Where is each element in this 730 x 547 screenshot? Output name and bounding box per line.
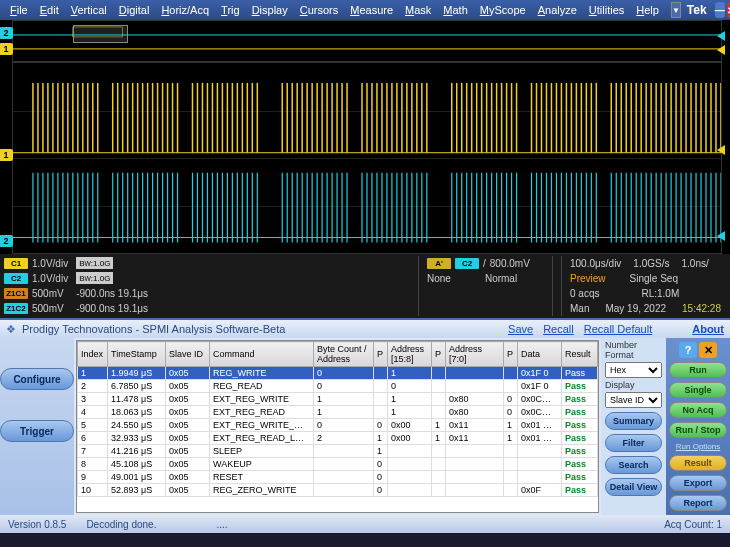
menu-horizacq[interactable]: Horiz/Acq	[155, 2, 215, 18]
run-button[interactable]: Run	[669, 362, 727, 378]
col-header[interactable]: Result	[562, 342, 598, 367]
filter-button[interactable]: Filter	[605, 434, 662, 452]
close-button[interactable]: ✕	[727, 2, 730, 18]
col-header[interactable]: Command	[210, 342, 314, 367]
table-row[interactable]: 418.063 μS0x05EXT_REG_READ110x8000x0C…Pa…	[78, 406, 598, 419]
no-acq-button[interactable]: No Acq	[669, 402, 727, 418]
col-header[interactable]: Byte Count / Address	[314, 342, 374, 367]
col-header[interactable]: P	[504, 342, 518, 367]
configure-button[interactable]: Configure	[0, 368, 74, 390]
run-stop-button[interactable]: Run / Stop	[669, 422, 727, 438]
brand-label: Tek	[687, 3, 707, 17]
trigger-mode: Normal	[485, 273, 517, 284]
bw-label: BW:1.0G	[76, 272, 113, 284]
timebase-res: 1.0ns/	[682, 258, 709, 269]
timebase-hdiv: 100.0μs/div	[570, 258, 621, 269]
recall-default-link[interactable]: Recall Default	[584, 323, 652, 335]
menu-display[interactable]: Display	[246, 2, 294, 18]
display-label: Display	[605, 380, 662, 390]
search-button[interactable]: Search	[605, 456, 662, 474]
table-row[interactable]: 845.108 μS0x05WAKEUP0Pass	[78, 458, 598, 471]
table-row[interactable]: 524.550 μS0x05EXT_REG_WRITE_…000x0010x11…	[78, 419, 598, 432]
timebase-rate: 1.0GS/s	[633, 258, 669, 269]
ch-badge: C1	[4, 258, 28, 269]
about-link[interactable]: About	[692, 323, 724, 335]
menu-utilities[interactable]: Utilities	[583, 2, 630, 18]
menu-mask[interactable]: Mask	[399, 2, 437, 18]
table-row[interactable]: 949.001 μS0x05RESET0Pass	[78, 471, 598, 484]
menu-digital[interactable]: Digital	[113, 2, 156, 18]
ch2-zoom-marker: 2	[0, 235, 13, 247]
ch1-zoom-marker: 1	[0, 149, 13, 161]
col-header[interactable]: P	[374, 342, 388, 367]
single-button[interactable]: Single	[669, 382, 727, 398]
ch-offset: -900.0ns 19.1μs	[76, 303, 148, 314]
timebase-preview: Preview	[570, 273, 606, 284]
overview-trace	[13, 21, 721, 63]
table-row[interactable]: 632.933 μS0x05EXT_REG_READ_L…210x0010x11…	[78, 432, 598, 445]
menu-measure[interactable]: Measure	[344, 2, 399, 18]
menu-file[interactable]: File	[4, 2, 34, 18]
panel-close-button[interactable]: ✕	[699, 342, 717, 358]
col-header[interactable]: Address [15:8]	[388, 342, 432, 367]
ch-badge: Z1C1	[4, 288, 28, 299]
summary-button[interactable]: Summary	[605, 412, 662, 430]
panel-icon: ❖	[6, 323, 18, 335]
menu-analyze[interactable]: Analyze	[532, 2, 583, 18]
col-header[interactable]: Slave ID	[166, 342, 210, 367]
scope-container: 2 1 1 2	[0, 20, 730, 254]
status-decoding: Decoding done.	[86, 519, 156, 530]
ch-offset: -900.0ns 19.1μs	[76, 288, 148, 299]
result-button[interactable]: Result	[669, 455, 727, 471]
menu-math[interactable]: Math	[437, 2, 473, 18]
menu-myscope[interactable]: MyScope	[474, 2, 532, 18]
display-select[interactable]: Slave ID	[605, 392, 662, 408]
col-header[interactable]: TimeStamp	[108, 342, 166, 367]
status-dots: ....	[216, 519, 227, 530]
col-header[interactable]: P	[432, 342, 446, 367]
num-format-select[interactable]: Hex	[605, 362, 662, 378]
table-row[interactable]: 26.7850 μS0x05REG_READ000x1F 0Pass	[78, 380, 598, 393]
col-header[interactable]: Index	[78, 342, 108, 367]
table-row[interactable]: 11.9949 μS0x05REG_WRITE010x1F 0Pass	[78, 367, 598, 380]
table-row[interactable]: 1052.893 μS0x05REG_ZERO_WRITE00x0FPass	[78, 484, 598, 497]
trigger-level: 800.0mV	[490, 258, 530, 269]
timebase-rl: RL:1.0M	[641, 288, 679, 299]
detail-view-button[interactable]: Detail View	[605, 478, 662, 496]
readout-timebase: 100.0μs/div 1.0GS/s 1.0ns/ Preview Singl…	[561, 256, 726, 316]
table-row[interactable]: 741.216 μS0x05SLEEP1Pass	[78, 445, 598, 458]
table-row[interactable]: 311.478 μS0x05EXT_REG_WRITE110x8000x0C…P…	[78, 393, 598, 406]
trigger-slope-icon: /	[483, 258, 486, 269]
col-header[interactable]: Address [7:0]	[446, 342, 504, 367]
timebase-mode: Man	[570, 303, 589, 314]
save-link[interactable]: Save	[508, 323, 533, 335]
menu-help[interactable]: Help	[630, 2, 665, 18]
status-acq-count: Acq Count: 1	[664, 519, 722, 530]
timebase-date: May 19, 2022	[605, 303, 666, 314]
panel-side-buttons: ? ✕ Run Single No Acq Run / Stop Run Opt…	[666, 338, 730, 515]
readout-trigger: A' C2 / 800.0mV None Normal	[418, 256, 553, 316]
panel-titlebar: ❖ Prodigy Technovations - SPMI Analysis …	[0, 320, 730, 338]
trigger-button[interactable]: Trigger	[0, 420, 74, 442]
overview-waveform[interactable]: 2 1	[12, 20, 722, 62]
minimize-button[interactable]: —	[715, 2, 725, 18]
ch2-overview-marker: 2	[0, 27, 13, 39]
panel-help-button[interactable]: ?	[679, 342, 697, 358]
menu-edit[interactable]: Edit	[34, 2, 65, 18]
run-options-link[interactable]: Run Options	[676, 442, 720, 451]
ch-scale: 1.0V/div	[32, 273, 68, 284]
report-button[interactable]: Report	[669, 495, 727, 511]
zoom-waveform[interactable]: 1 2	[12, 62, 722, 254]
menu-dropdown-icon[interactable]: ▼	[671, 2, 681, 18]
menu-vertical[interactable]: Vertical	[65, 2, 113, 18]
panel-title-text: Prodigy Technovations - SPMI Analysis So…	[22, 323, 285, 335]
ch-scale: 500mV	[32, 288, 64, 299]
ch-badge: C2	[4, 273, 28, 284]
recall-link[interactable]: Recall	[543, 323, 574, 335]
export-button[interactable]: Export	[669, 475, 727, 491]
menu-trig[interactable]: Trig	[215, 2, 246, 18]
num-format-label: Number Format	[605, 340, 662, 360]
menu-cursors[interactable]: Cursors	[294, 2, 345, 18]
decode-table[interactable]: IndexTimeStampSlave IDCommandByte Count …	[76, 340, 599, 513]
col-header[interactable]: Data	[518, 342, 562, 367]
